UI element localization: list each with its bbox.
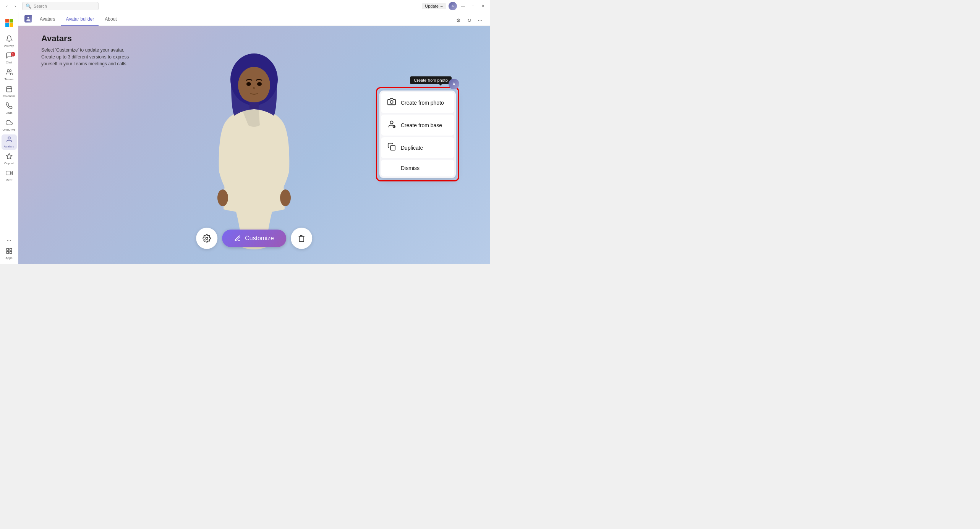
sidebar-item-onedrive-label: OneDrive (3, 128, 16, 131)
svg-point-25 (390, 100, 393, 103)
sidebar-item-chat[interactable]: 3 Chat (2, 50, 17, 66)
sidebar-item-apps[interactable]: Apps (2, 246, 17, 261)
create-from-base-label: Create from base (401, 122, 442, 128)
duplicate-button[interactable]: Duplicate (381, 137, 454, 158)
title-bar-left: ‹ › 🔍 Search (3, 2, 99, 10)
svg-point-4 (7, 70, 9, 72)
forward-button[interactable]: › (11, 2, 19, 10)
user-avatar[interactable]: A (449, 2, 457, 10)
sidebar-item-apps-label: Apps (5, 257, 12, 260)
svg-point-22 (280, 189, 291, 206)
onedrive-icon (6, 119, 13, 128)
sidebar-item-onedrive[interactable]: OneDrive (2, 118, 17, 133)
svg-rect-28 (390, 146, 395, 150)
main-content: Avatars Select 'Customize' to update you… (18, 26, 490, 264)
svg-point-19 (238, 67, 270, 104)
svg-rect-14 (10, 248, 11, 250)
apps-icon (6, 248, 13, 256)
back-button[interactable]: ‹ (3, 2, 11, 10)
sidebar-item-calendar[interactable]: Calendar (2, 84, 17, 99)
sidebar-item-calls-label: Calls (6, 112, 13, 115)
customize-button[interactable]: Customize (222, 230, 286, 247)
content-area: Avatars Avatar builder About ⚙ ↻ ⋯ Avata… (18, 12, 490, 264)
sidebar-item-chat-label: Chat (6, 61, 12, 64)
sidebar-item-copilot[interactable]: Copilot (2, 151, 17, 167)
tab-avatars[interactable]: Avatars (35, 12, 60, 26)
page-header: Avatars Select 'Customize' to update you… (41, 34, 129, 67)
delete-button[interactable] (291, 228, 312, 249)
svg-point-24 (257, 82, 262, 86)
svg-rect-5 (6, 87, 12, 92)
app-icon (24, 15, 32, 23)
create-from-photo-button[interactable]: Create from photo (381, 92, 454, 113)
create-from-base-button[interactable]: Create from base (381, 115, 454, 136)
sidebar-item-avatars-label: Avatars (4, 145, 14, 148)
page-title: Avatars (41, 34, 129, 44)
svg-rect-0 (5, 19, 9, 23)
more-tab-icon[interactable]: ⋯ (476, 16, 484, 24)
svg-point-21 (217, 189, 228, 206)
avatar-settings-icon (387, 120, 396, 130)
popup-container: Create from photo A (376, 87, 459, 181)
svg-rect-1 (10, 19, 13, 23)
svg-rect-15 (6, 252, 8, 254)
sidebar-item-activity[interactable]: Activity (2, 34, 17, 49)
sidebar-item-meet-label: Meet (6, 179, 13, 182)
sidebar-item-copilot-label: Copilot (4, 162, 14, 165)
sidebar-item-teams[interactable]: Teams (2, 67, 17, 83)
svg-point-26 (390, 121, 393, 124)
meet-icon (6, 170, 13, 178)
sidebar-item-teams-label: Teams (5, 78, 14, 81)
customize-label: Customize (245, 235, 274, 242)
svg-point-9 (8, 137, 10, 139)
bottom-toolbar: Customize (196, 228, 312, 249)
duplicate-icon (387, 142, 396, 153)
popup-highlight-border: Create from photo (376, 87, 459, 181)
duplicate-label: Duplicate (401, 145, 423, 151)
svg-rect-2 (5, 23, 9, 27)
settings-button[interactable] (196, 228, 217, 249)
close-button[interactable]: ✕ (479, 2, 487, 10)
avatars-icon (6, 136, 13, 144)
minimize-button[interactable]: — (459, 2, 467, 10)
search-icon: 🔍 (26, 3, 31, 9)
svg-point-17 (28, 17, 29, 19)
sidebar-item-calendar-label: Calendar (3, 95, 15, 98)
teams-icon (6, 69, 13, 77)
refresh-tab-icon[interactable]: ↻ (465, 16, 473, 24)
app-layout: Activity 3 Chat Teams (0, 12, 490, 264)
tab-bar: Avatars Avatar builder About ⚙ ↻ ⋯ (18, 12, 490, 26)
svg-marker-10 (6, 154, 12, 159)
tab-about[interactable]: About (100, 12, 121, 26)
svg-rect-16 (10, 252, 11, 254)
title-bar: ‹ › 🔍 Search Update ··· A — □ ✕ (0, 0, 490, 12)
update-button[interactable]: Update ··· (422, 3, 446, 9)
sidebar-item-meet[interactable]: Meet (2, 168, 17, 183)
sidebar-item-calls[interactable]: Calls (2, 101, 17, 116)
svg-rect-3 (10, 23, 13, 27)
svg-rect-13 (6, 248, 8, 250)
calendar-icon (6, 86, 13, 94)
page-description: Select 'Customize' to update your avatar… (41, 47, 129, 67)
settings-tab-icon[interactable]: ⚙ (455, 16, 462, 24)
title-bar-right: Update ··· A — □ ✕ (422, 2, 487, 10)
svg-point-29 (206, 237, 208, 239)
maximize-button[interactable]: □ (469, 2, 477, 10)
create-from-photo-label: Create from photo (401, 100, 444, 106)
sidebar-item-activity-label: Activity (4, 44, 14, 47)
sidebar-item-avatars[interactable]: Avatars (2, 134, 17, 150)
popup-tooltip: Create from photo (410, 76, 452, 84)
sidebar: Activity 3 Chat Teams (0, 12, 18, 264)
copilot-icon (6, 153, 13, 161)
calls-icon (6, 102, 13, 111)
more-options-button[interactable]: ··· (2, 235, 17, 244)
popup-menu: Create from photo (379, 91, 456, 178)
tab-actions: ⚙ ↻ ⋯ (455, 16, 484, 24)
dismiss-button[interactable]: Dismiss (381, 160, 454, 176)
chat-badge: 3 (11, 52, 15, 57)
search-bar[interactable]: 🔍 Search (22, 2, 99, 10)
camera-icon (387, 97, 396, 108)
tab-avatar-builder[interactable]: Avatar builder (61, 12, 99, 26)
search-placeholder: Search (34, 4, 47, 8)
dismiss-label: Dismiss (401, 165, 420, 171)
